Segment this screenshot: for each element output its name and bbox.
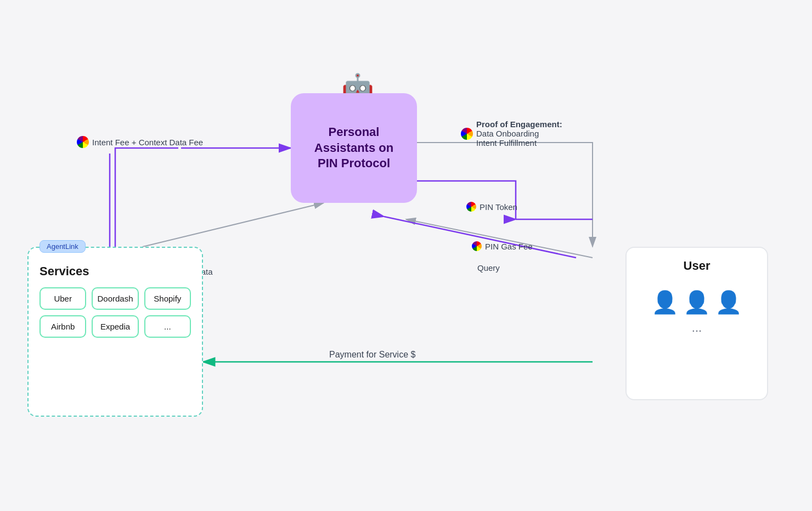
user-box-title: User [684, 259, 710, 273]
rainbow-icon-2 [461, 128, 473, 140]
user-icons: 👤 👤 👤 [651, 289, 742, 315]
service-expedia: Expedia [92, 315, 138, 338]
proof-of-engagement-label: Proof of Engagement: Data Onboarding Int… [461, 120, 562, 147]
rainbow-icon-4 [472, 241, 482, 251]
user-icon-1: 👤 [651, 289, 679, 315]
user-icon-2: 👤 [683, 289, 710, 315]
pa-box-title: Personal Assistants on PIN Protocol [314, 124, 393, 172]
service-uber: Uber [40, 287, 86, 310]
agentlink-badge: AgentLink [40, 240, 86, 253]
pa-box: Personal Assistants on PIN Protocol [291, 93, 417, 203]
rainbow-icon-1 [77, 136, 89, 148]
service-airbnb: Airbnb [40, 315, 86, 338]
intent-fee-label: Intent Fee + Context Data Fee [77, 136, 203, 148]
user-icon-3: 👤 [715, 289, 742, 315]
intent-fulfillment-label: Intent Fulfillment [476, 138, 562, 147]
diagram-container: 🤖 Personal Assistants on PIN Protocol In… [0, 0, 812, 511]
pin-gas-fee-label: PIN Gas Fee [472, 241, 533, 251]
proof-label-line1: Proof of Engagement: [476, 120, 562, 129]
user-dots: ... [692, 321, 702, 335]
payment-label: Payment for Service $ [329, 350, 415, 360]
service-doordash: Doordash [92, 287, 138, 310]
services-title: Services [40, 264, 191, 279]
services-grid: Uber Doordash Shopify Airbnb Expedia ... [40, 287, 191, 338]
service-shopify: Shopify [144, 287, 191, 310]
pin-token-label: PIN Token [466, 202, 517, 212]
query-label: Query [477, 263, 500, 272]
rainbow-icon-3 [466, 202, 476, 212]
user-box: User 👤 👤 👤 ... [625, 247, 768, 400]
data-onboarding-label: Data Onboarding [476, 129, 562, 138]
service-more: ... [144, 315, 191, 338]
services-box: AgentLink Services Uber Doordash Shopify… [27, 247, 203, 417]
